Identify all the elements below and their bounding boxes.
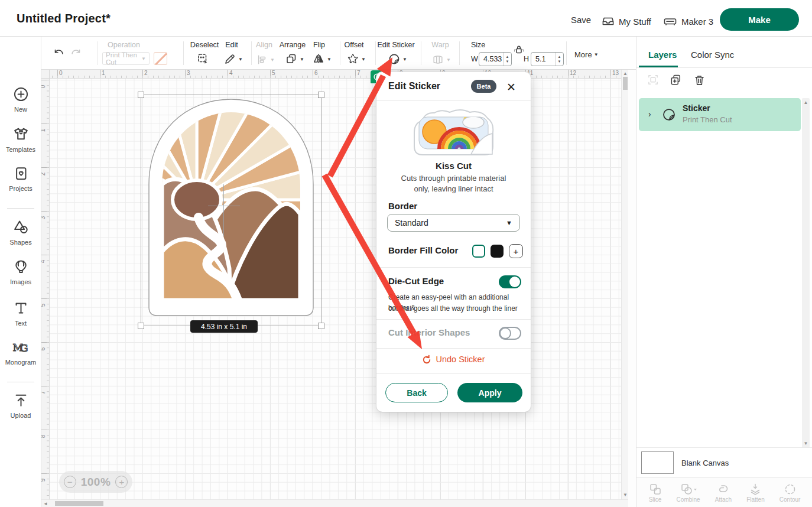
combine-button[interactable]: Combine: [677, 483, 700, 503]
chevron-down-icon: ▼: [238, 57, 243, 62]
align-button[interactable]: ▼: [256, 54, 275, 66]
layer-row-sticker[interactable]: › Sticker Print Then Cut: [639, 98, 801, 131]
tshirt-icon: [12, 125, 30, 142]
vertical-ruler: 01 23 45 67 89: [41, 79, 50, 499]
sidebar-item-upload[interactable]: Upload: [0, 392, 41, 419]
die-cut-edge-label: Die-Cut Edge: [388, 276, 444, 286]
edit-sticker-button[interactable]: ▼: [388, 53, 407, 66]
vertical-scrollbar-thumb[interactable]: [623, 77, 628, 90]
tab-layers[interactable]: Layers: [648, 50, 677, 60]
operation-select[interactable]: Print Then Cut▼: [102, 52, 150, 65]
cut-type-description: Cuts through printable material: [376, 174, 531, 183]
border-fill-swatch-white-selected[interactable]: [472, 245, 485, 258]
sidebar-item-images[interactable]: Images: [0, 259, 41, 285]
more-button[interactable]: More▼: [574, 50, 599, 59]
apply-button[interactable]: Apply: [457, 383, 522, 402]
warp-button[interactable]: ▼: [431, 54, 451, 66]
sidebar-item-text[interactable]: Text: [0, 300, 41, 327]
attach-button[interactable]: Attach: [715, 483, 732, 503]
width-stepper[interactable]: ▲▼: [503, 53, 511, 66]
machine-selector[interactable]: Maker 3: [663, 15, 713, 28]
shapes-icon: [12, 219, 29, 235]
back-button[interactable]: Back: [385, 383, 448, 402]
scroll-up-icon[interactable]: ▲: [623, 71, 628, 76]
horizontal-scrollbar-thumb[interactable]: [55, 501, 103, 506]
undo-button[interactable]: [52, 47, 65, 63]
chevron-down-icon: ▼: [270, 57, 275, 63]
zoom-out-button[interactable]: −: [64, 476, 76, 488]
duplicate-button[interactable]: [670, 74, 682, 89]
layers-scrollbar[interactable]: ▲ ▼: [802, 98, 810, 448]
operation-color-swatch[interactable]: [154, 52, 167, 65]
chevron-down-icon: ▼: [361, 57, 366, 62]
width-input[interactable]: 4.533 ▲▼: [479, 52, 512, 66]
border-select[interactable]: Standard ▼: [387, 214, 520, 232]
cut-interior-shapes-toggle[interactable]: [499, 327, 521, 340]
cut-type-description: only, leaving liner intact: [376, 184, 531, 193]
attach-icon: [716, 483, 730, 496]
sidebar-item-monogram[interactable]: M G Monogram: [0, 339, 41, 366]
scroll-down-icon[interactable]: ▼: [804, 441, 808, 446]
expand-chevron-icon[interactable]: ›: [648, 109, 651, 119]
chevron-down-icon: ▼: [300, 57, 304, 62]
add-color-button[interactable]: +: [509, 244, 523, 258]
sidebar-item-projects[interactable]: Projects: [0, 165, 41, 192]
border-fill-swatch-black[interactable]: [491, 245, 504, 258]
operation-label: Operation: [108, 41, 140, 49]
lock-aspect-button[interactable]: [514, 44, 524, 58]
save-button[interactable]: Save: [571, 15, 591, 25]
scroll-up-icon[interactable]: ▲: [804, 100, 808, 105]
canvas-grid[interactable]: [50, 79, 621, 499]
undo-icon: [422, 355, 431, 364]
redo-button[interactable]: [70, 47, 83, 63]
edit-label: Edit: [220, 41, 243, 49]
selection-handle-top-left[interactable]: [138, 92, 144, 98]
blank-canvas-label: Blank Canvas: [681, 459, 729, 467]
height-input[interactable]: 5.1 ▲▼: [531, 52, 564, 66]
canvas-color-swatch[interactable]: [641, 451, 674, 474]
hot-air-balloon-icon: [13, 259, 29, 275]
flip-button[interactable]: ▼: [312, 53, 332, 66]
sidebar-item-new[interactable]: New: [0, 86, 41, 113]
contour-button[interactable]: Contour: [779, 483, 801, 503]
selection-bounding-box[interactable]: [141, 95, 321, 326]
undo-sticker-link[interactable]: Undo Sticker: [376, 355, 531, 364]
deselect-button[interactable]: [197, 53, 210, 68]
delete-button[interactable]: [693, 74, 706, 89]
group-button[interactable]: [647, 74, 660, 89]
offset-button[interactable]: ▼: [346, 53, 366, 66]
cut-interior-shapes-label: Cut Interior Shapes: [388, 327, 470, 337]
selection-handle-bottom-right[interactable]: [318, 323, 324, 329]
cursor-crosshair: [208, 206, 240, 206]
chevron-down-icon: ▼: [506, 219, 512, 226]
selection-handle-top-right[interactable]: [318, 92, 324, 98]
flatten-button[interactable]: Flatten: [746, 483, 765, 503]
cursor-crosshair: [223, 184, 224, 236]
close-icon[interactable]: ✕: [504, 79, 519, 95]
die-cut-description: cut that goes all the way through the li…: [388, 303, 521, 314]
scroll-left-icon[interactable]: ◄: [43, 501, 48, 506]
sidebar-item-shapes[interactable]: Shapes: [0, 219, 41, 246]
edit-button[interactable]: ▼: [223, 53, 243, 66]
size-label: Size: [471, 41, 485, 49]
project-title[interactable]: Untitled Project*: [17, 12, 111, 25]
selection-handle-bottom-left[interactable]: [138, 323, 144, 329]
inbox-icon: [602, 15, 615, 28]
die-cut-edge-toggle[interactable]: [499, 275, 521, 288]
sidebar-item-templates[interactable]: Templates: [0, 125, 41, 153]
arrange-button[interactable]: ▼: [285, 53, 304, 66]
horizontal-scrollbar[interactable]: ◄: [41, 499, 628, 507]
my-stuff-button[interactable]: My Stuff: [602, 15, 651, 28]
svg-text:G: G: [20, 342, 28, 354]
text-icon: [13, 300, 29, 316]
make-button[interactable]: Make: [720, 8, 799, 31]
height-stepper[interactable]: ▲▼: [555, 53, 563, 66]
vertical-scrollbar[interactable]: ▲ ▼: [621, 70, 628, 499]
tab-color-sync[interactable]: Color Sync: [691, 50, 734, 60]
zoom-in-button[interactable]: +: [115, 476, 128, 488]
new-plus-icon: [13, 86, 29, 102]
design-canvas[interactable]: 01 23 45 67 89 1011 1213 01 23 45 67 89: [41, 70, 636, 507]
scroll-down-icon[interactable]: ▼: [623, 492, 628, 498]
slice-button[interactable]: Slice: [649, 483, 662, 503]
chevron-down-icon: ▼: [327, 57, 332, 62]
